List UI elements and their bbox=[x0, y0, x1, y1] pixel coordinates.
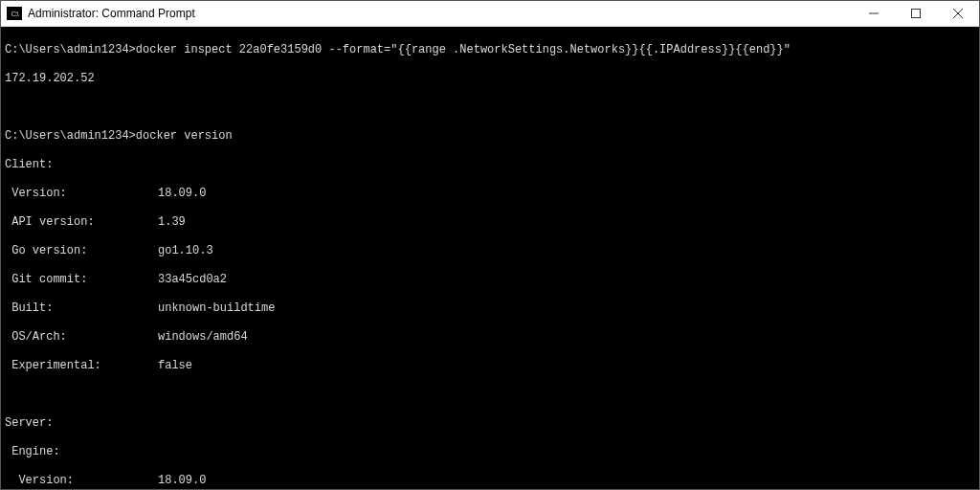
kv-key: Git commit: bbox=[5, 273, 158, 287]
kv-val: 18.09.0 bbox=[158, 187, 206, 201]
window-controls bbox=[853, 1, 979, 26]
terminal-output[interactable]: C:\Users\admin1234>docker inspect 22a0fe… bbox=[1, 27, 979, 489]
titlebar[interactable]: C:\ Administrator: Command Prompt bbox=[1, 1, 979, 27]
kv-key: Version: bbox=[5, 187, 158, 201]
command-version: docker version bbox=[136, 129, 233, 143]
command-prompt-window: C:\ Administrator: Command Prompt C:\Use… bbox=[0, 0, 980, 490]
kv-key: Built: bbox=[5, 301, 158, 316]
close-button[interactable] bbox=[937, 1, 979, 26]
kv-val: unknown-buildtime bbox=[158, 301, 275, 316]
prompt: C:\Users\admin1234> bbox=[5, 43, 136, 56]
app-icon: C:\ bbox=[7, 7, 22, 20]
kv-key: Go version: bbox=[5, 244, 158, 258]
kv-val: go1.10.3 bbox=[158, 244, 213, 258]
output-ip: 172.19.202.52 bbox=[5, 72, 975, 86]
close-icon bbox=[953, 9, 963, 18]
minimize-button[interactable] bbox=[853, 1, 895, 26]
kv-key: Experimental: bbox=[5, 359, 158, 373]
kv-key: Version: bbox=[5, 474, 158, 488]
kv-val: 1.39 bbox=[158, 215, 186, 230]
maximize-icon bbox=[911, 9, 921, 18]
command-inspect: docker inspect 22a0fe3159d0 --format="{{… bbox=[136, 43, 791, 56]
kv-val: windows/amd64 bbox=[158, 330, 248, 345]
engine-header: Engine: bbox=[5, 445, 975, 459]
kv-key: OS/Arch: bbox=[5, 330, 158, 345]
prompt: C:\Users\admin1234> bbox=[5, 129, 136, 143]
server-header: Server: bbox=[5, 416, 975, 431]
minimize-icon bbox=[869, 9, 879, 18]
window-title: Administrator: Command Prompt bbox=[28, 7, 853, 20]
client-header: Client: bbox=[5, 158, 975, 172]
maximize-button[interactable] bbox=[895, 1, 937, 26]
kv-key: API version: bbox=[5, 215, 158, 230]
kv-val: 33a45cd0a2 bbox=[158, 273, 227, 287]
kv-val: 18.09.0 bbox=[158, 474, 206, 488]
kv-val: false bbox=[158, 359, 192, 373]
svg-rect-1 bbox=[912, 10, 921, 18]
